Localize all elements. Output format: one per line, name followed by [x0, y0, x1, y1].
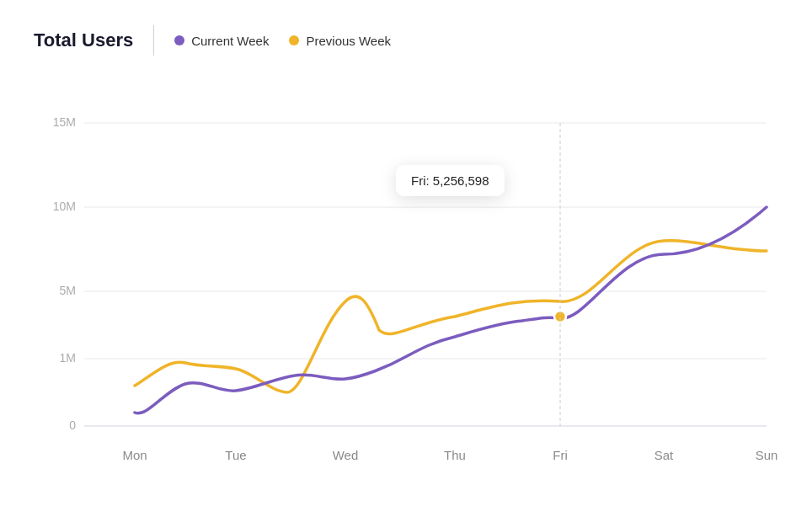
svg-text:5M: 5M — [60, 284, 76, 297]
chart-svg: 15M 10M 5M 1M 0 Mon Tue Wed Thu Fri Sat … — [34, 81, 778, 485]
svg-text:15M: 15M — [53, 115, 76, 129]
chart-area: Fri: 5,256,598 15M 10M 5M 1M 0 Mon Tue W… — [34, 81, 778, 485]
svg-text:Thu: Thu — [444, 448, 466, 462]
svg-text:Wed: Wed — [333, 448, 359, 462]
legend-previous-week: Previous Week — [289, 34, 391, 48]
current-week-label: Current Week — [191, 34, 269, 48]
header-divider — [153, 25, 154, 56]
svg-text:Fri: Fri — [553, 448, 568, 462]
previous-week-label: Previous Week — [306, 34, 391, 48]
chart-legend: Current Week Previous Week — [174, 34, 391, 48]
svg-text:Tue: Tue — [225, 448, 246, 462]
svg-text:0: 0 — [69, 418, 76, 432]
svg-text:Sun: Sun — [756, 448, 778, 462]
chart-title: Total Users — [34, 29, 133, 51]
chart-container: Total Users Current Week Previous Week F… — [0, 0, 812, 522]
svg-text:1M: 1M — [60, 351, 76, 365]
current-week-dot — [174, 35, 184, 45]
legend-current-week: Current Week — [174, 34, 269, 48]
svg-text:Sat: Sat — [654, 448, 674, 462]
svg-text:10M: 10M — [53, 200, 76, 213]
svg-text:Mon: Mon — [122, 448, 147, 462]
previous-week-dot — [289, 35, 299, 45]
chart-header: Total Users Current Week Previous Week — [34, 25, 778, 56]
